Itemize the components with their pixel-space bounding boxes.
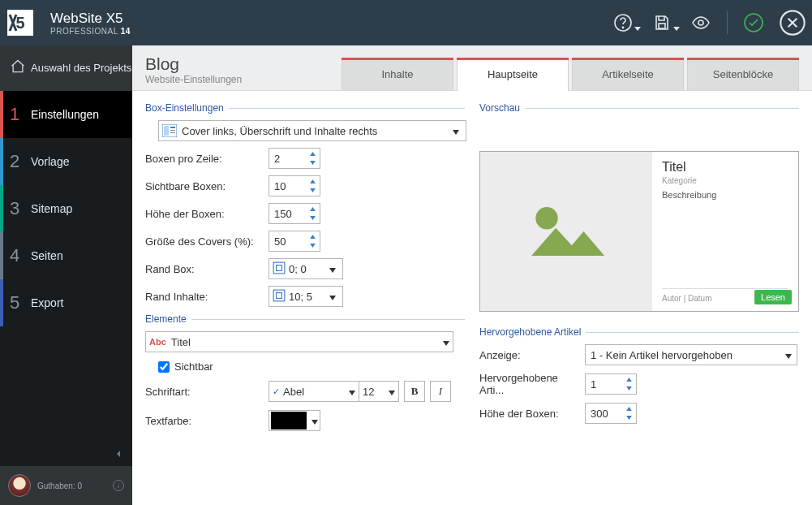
- chevron-down-icon: [389, 386, 395, 398]
- spin-up[interactable]: [307, 177, 319, 186]
- group-box-settings: Box-Einstellungen: [145, 102, 465, 114]
- tab-label: Inhalte: [381, 68, 413, 80]
- label-visible-boxes: Sichtbare Boxen:: [145, 180, 269, 192]
- label-box-height: Höhe der Boxen:: [145, 208, 269, 220]
- spin-down[interactable]: [307, 241, 319, 250]
- size-value: 12: [363, 386, 389, 398]
- preview-read-button[interactable]: Lesen: [754, 290, 792, 304]
- input-margin-box[interactable]: 0; 0: [269, 258, 343, 279]
- spin-down[interactable]: [623, 413, 635, 422]
- page-header: Blog Website-Einstellungen Inhalte Haupt…: [132, 45, 812, 91]
- spin-up[interactable]: [623, 375, 635, 384]
- chevron-down-icon: [326, 263, 339, 275]
- svg-text:5: 5: [15, 14, 24, 32]
- spin-down[interactable]: [623, 384, 635, 393]
- svg-rect-12: [170, 132, 175, 133]
- svg-rect-9: [164, 126, 169, 136]
- close-button[interactable]: [773, 0, 812, 45]
- spin-up[interactable]: [307, 205, 319, 214]
- nav-step-label: Vorlage: [31, 155, 69, 168]
- tab-label: Seitenblöcke: [713, 68, 773, 80]
- display-combo[interactable]: 1 - Kein Artikel hervorgehoben: [585, 344, 797, 365]
- bold-button[interactable]: B: [404, 381, 425, 402]
- nav-step-5[interactable]: 5 Export: [0, 279, 132, 326]
- textcolor-dropdown[interactable]: [269, 410, 320, 431]
- spin-up[interactable]: [307, 232, 319, 241]
- tab-seitenbloecke[interactable]: Seitenblöcke: [687, 58, 799, 90]
- input-cover-size[interactable]: 50: [269, 231, 320, 252]
- input-value: 50: [274, 235, 286, 248]
- tabs: Inhalte Hauptseite Artikelseite Seitenbl…: [338, 58, 799, 90]
- spin-down[interactable]: [307, 186, 319, 195]
- input-margin-content[interactable]: 10; 5: [269, 286, 343, 307]
- save-button[interactable]: [642, 0, 681, 45]
- app-title-block: WebSite X5 PROFESSIONAL 14: [50, 11, 131, 36]
- element-combo[interactable]: Abc Titel: [145, 331, 453, 352]
- spin-down[interactable]: [307, 214, 319, 222]
- input-featured-height[interactable]: 300: [585, 403, 637, 424]
- tab-hauptseite[interactable]: Hauptseite: [457, 58, 569, 90]
- content: Box-Einstellungen Cover links, Überschri…: [132, 91, 812, 505]
- input-boxes-per-row[interactable]: 2: [269, 148, 320, 169]
- input-visible-boxes[interactable]: 10: [269, 175, 320, 196]
- preview-image-placeholder: [480, 152, 652, 311]
- spin-down[interactable]: [307, 158, 319, 167]
- svg-rect-16: [277, 292, 282, 298]
- margin-icon: [273, 289, 286, 304]
- preview-title: Titel: [662, 160, 788, 175]
- nav-step-4[interactable]: 4 Seiten: [0, 232, 132, 279]
- combo-value: Titel: [171, 336, 443, 348]
- tab-inhalte[interactable]: Inhalte: [342, 58, 453, 90]
- visible-checkbox[interactable]: Sichtbar: [158, 360, 465, 373]
- nav-step-label: Export: [31, 296, 63, 309]
- font-combo[interactable]: ✓ Abel: [269, 381, 359, 402]
- svg-rect-13: [273, 262, 285, 274]
- abc-icon: Abc: [149, 337, 166, 347]
- label-featured-count: Hervorgehobene Arti...: [479, 372, 585, 396]
- caret-down-icon: [673, 27, 680, 31]
- margin-icon: [273, 261, 286, 277]
- nav-step-1[interactable]: 1 Einstellungen: [0, 91, 132, 138]
- italic-button[interactable]: I: [430, 381, 451, 402]
- info-icon[interactable]: i: [113, 480, 124, 491]
- chevron-down-icon: [443, 336, 449, 348]
- help-button[interactable]: [604, 0, 642, 45]
- app-name: WebSite X5: [50, 11, 131, 27]
- preview-meta: Titel Kategorie Beschreibung Autor | Dat…: [652, 152, 798, 311]
- right-column: Vorschau Titel Kategorie Beschreibung Au…: [479, 102, 799, 505]
- svg-rect-11: [170, 130, 175, 131]
- chevron-down-icon: [326, 291, 339, 303]
- nav-step-2[interactable]: 2 Vorlage: [0, 138, 132, 185]
- spin-up[interactable]: [307, 149, 319, 158]
- color-swatch: [271, 412, 307, 429]
- svg-point-17: [535, 207, 557, 229]
- preview-description: Beschreibung: [662, 190, 788, 200]
- label-textcolor: Textfarbe:: [145, 415, 269, 427]
- nav-home[interactable]: Auswahl des Projekts: [0, 45, 132, 91]
- nav-step-3[interactable]: 3 Sitemap: [0, 185, 132, 232]
- svg-point-5: [698, 20, 703, 25]
- label-margin-box: Rand Box:: [145, 263, 269, 275]
- sidebar-collapse-button[interactable]: [0, 442, 132, 466]
- preview-button[interactable]: [681, 0, 720, 45]
- tab-artikelseite[interactable]: Artikelseite: [572, 58, 684, 90]
- nav-step-label: Sitemap: [31, 202, 72, 215]
- chevron-down-icon: [349, 386, 355, 398]
- avatar[interactable]: [8, 474, 31, 497]
- svg-rect-15: [273, 290, 285, 301]
- font-size-combo[interactable]: 12: [359, 381, 399, 402]
- input-value: 10: [274, 180, 286, 192]
- ok-button[interactable]: [734, 0, 773, 45]
- credit-label: Guthaben: 0: [37, 481, 82, 490]
- label-font: Schriftart:: [145, 386, 269, 398]
- checkbox-input[interactable]: [158, 361, 170, 373]
- input-box-height[interactable]: 150: [269, 203, 320, 224]
- layout-icon: [162, 124, 177, 137]
- group-elements: Elemente: [145, 313, 465, 325]
- spin-up[interactable]: [623, 404, 635, 413]
- label-margin-content: Rand Inhalte:: [145, 291, 269, 303]
- preview-box: Titel Kategorie Beschreibung Autor | Dat…: [479, 151, 799, 312]
- input-featured-count[interactable]: 1: [585, 373, 637, 395]
- main: Blog Website-Einstellungen Inhalte Haupt…: [132, 45, 812, 505]
- layout-combo[interactable]: Cover links, Überschrift und Inhalte rec…: [158, 120, 466, 141]
